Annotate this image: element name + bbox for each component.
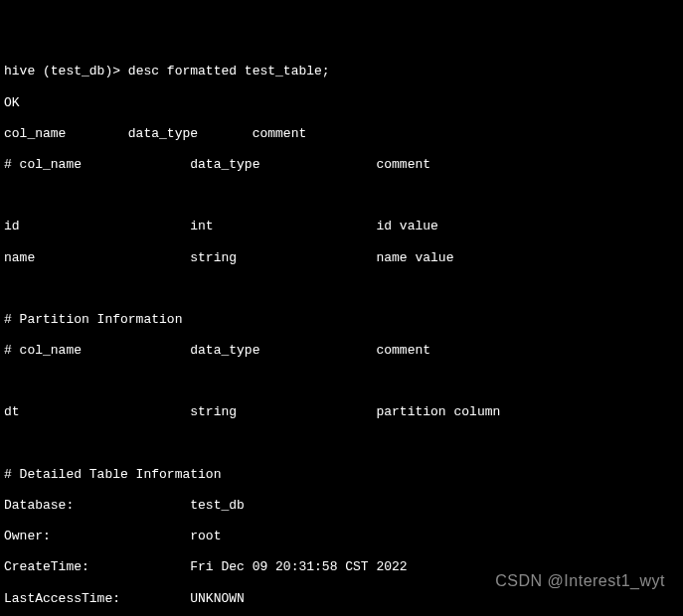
detail-row: LastAccessTime: UNKNOWN xyxy=(4,591,679,607)
column-row: id int id value xyxy=(4,219,679,234)
detail-row: Owner: root xyxy=(4,529,679,544)
header-table: col_name data_type comment xyxy=(4,126,679,142)
command-text: desc formatted test_table; xyxy=(128,64,330,78)
prompt-line[interactable]: hive (test_db)> desc formatted test_tabl… xyxy=(4,64,679,79)
column-row: name string name value xyxy=(4,250,679,266)
partition-row: dt string partition column xyxy=(4,404,679,420)
partition-header: # Partition Information xyxy=(4,312,679,328)
blank xyxy=(4,436,679,452)
header-cols: # col_name data_type comment xyxy=(4,343,679,359)
header-cols: # col_name data_type comment xyxy=(4,157,679,173)
detailed-header: # Detailed Table Information xyxy=(4,467,679,483)
blank xyxy=(4,374,679,389)
blank xyxy=(4,188,679,204)
prompt-prefix: hive (test_db)> xyxy=(4,64,128,78)
detail-row: Database: test_db xyxy=(4,498,679,514)
blank xyxy=(4,281,679,297)
ok-line: OK xyxy=(4,95,679,111)
watermark: CSDN @Interest1_wyt xyxy=(495,571,665,590)
